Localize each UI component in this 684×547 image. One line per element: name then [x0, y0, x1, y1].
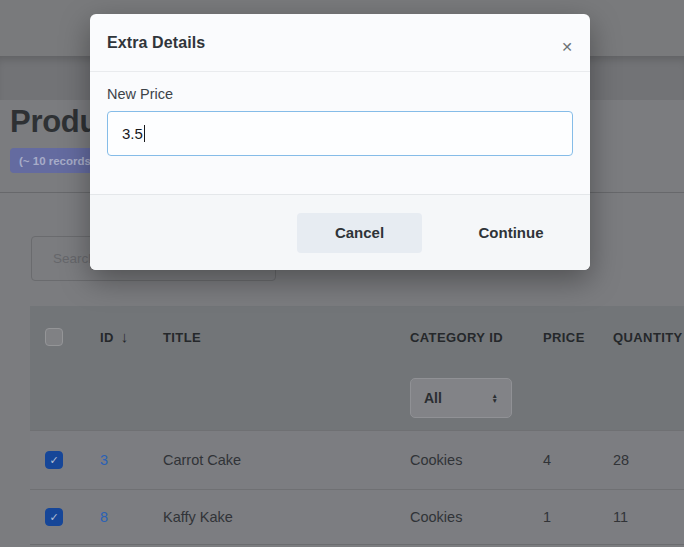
- close-icon[interactable]: ✕: [559, 38, 575, 56]
- extra-details-modal: Extra Details ✕ New Price 3.5 Cancel Con…: [90, 14, 590, 270]
- new-price-label: New Price: [107, 86, 573, 102]
- cancel-button[interactable]: Cancel: [297, 213, 422, 253]
- modal-header: Extra Details: [90, 14, 590, 72]
- new-price-value: 3.5: [122, 125, 143, 142]
- modal-body: New Price 3.5: [90, 72, 590, 156]
- new-price-input[interactable]: 3.5: [107, 111, 573, 156]
- text-cursor: [144, 125, 145, 142]
- continue-button[interactable]: Continue: [456, 213, 566, 253]
- screen: Products (~ 10 records) ID↓ TITLE CATEGO…: [0, 0, 684, 547]
- modal-title: Extra Details: [107, 34, 205, 52]
- modal-footer: Cancel Continue: [90, 194, 590, 270]
